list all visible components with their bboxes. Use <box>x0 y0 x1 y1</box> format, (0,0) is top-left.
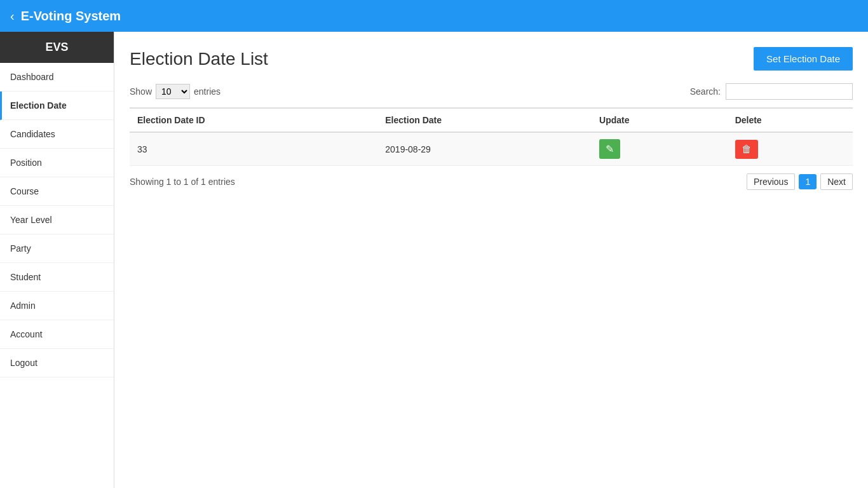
entries-label: entries <box>194 86 220 97</box>
entries-select[interactable]: 10 25 50 100 <box>156 84 190 99</box>
previous-button[interactable]: Previous <box>747 173 795 190</box>
sidebar-item-candidates[interactable]: Candidates <box>0 120 114 149</box>
cell-election-date-id: 33 <box>130 132 377 166</box>
col-election-date: Election Date <box>377 108 592 132</box>
set-election-date-button[interactable]: Set Election Date <box>754 47 853 71</box>
table-controls: Show 10 25 50 100 entries Search: <box>130 83 853 100</box>
sidebar-brand: EVS <box>0 32 114 63</box>
sidebar-item-year-level[interactable]: Year Level <box>0 206 114 234</box>
showing-text: Showing 1 to 1 of 1 entries <box>130 177 235 187</box>
col-update: Update <box>592 108 728 132</box>
topbar: ‹ E-Voting System <box>0 0 868 32</box>
sidebar-item-party[interactable]: Party <box>0 234 114 263</box>
cell-election-date: 2019-08-29 <box>377 132 592 166</box>
show-label: Show <box>130 86 152 97</box>
show-entries: Show 10 25 50 100 entries <box>130 84 220 99</box>
sidebar-item-account[interactable]: Account <box>0 320 114 349</box>
sidebar-item-election-date[interactable]: Election Date <box>0 92 114 120</box>
back-button[interactable]: ‹ <box>10 9 15 24</box>
main-content: Election Date List Set Election Date Sho… <box>114 32 868 488</box>
col-delete: Delete <box>728 108 853 132</box>
page-header: Election Date List Set Election Date <box>130 47 853 71</box>
cell-update: ✎ <box>592 132 728 166</box>
delete-button[interactable]: 🗑 <box>735 140 758 159</box>
pagination: Previous 1 Next <box>747 173 853 190</box>
next-button[interactable]: Next <box>820 173 853 190</box>
sidebar-item-dashboard[interactable]: Dashboard <box>0 63 114 92</box>
page-title: Election Date List <box>130 49 268 69</box>
cell-delete: 🗑 <box>728 132 853 166</box>
current-page[interactable]: 1 <box>799 174 817 189</box>
trash-icon: 🗑 <box>742 144 752 154</box>
sidebar-item-student[interactable]: Student <box>0 263 114 292</box>
search-input[interactable] <box>726 83 853 100</box>
col-election-date-id: Election Date ID <box>130 108 377 132</box>
update-button[interactable]: ✎ <box>599 139 620 159</box>
app-title: E-Voting System <box>21 9 121 24</box>
election-date-table: Election Date ID Election Date Update De… <box>130 107 853 166</box>
sidebar-item-logout[interactable]: Logout <box>0 349 114 377</box>
table-row: 33 2019-08-29 ✎ 🗑 <box>130 132 853 166</box>
layout: EVS Dashboard Election Date Candidates P… <box>0 32 868 488</box>
sidebar-item-course[interactable]: Course <box>0 177 114 206</box>
sidebar: EVS Dashboard Election Date Candidates P… <box>0 32 114 488</box>
sidebar-item-admin[interactable]: Admin <box>0 292 114 320</box>
sidebar-item-position[interactable]: Position <box>0 149 114 177</box>
search-box: Search: <box>690 83 853 100</box>
pagination-row: Showing 1 to 1 of 1 entries Previous 1 N… <box>130 173 853 190</box>
search-label: Search: <box>690 86 721 97</box>
edit-icon: ✎ <box>606 144 614 154</box>
